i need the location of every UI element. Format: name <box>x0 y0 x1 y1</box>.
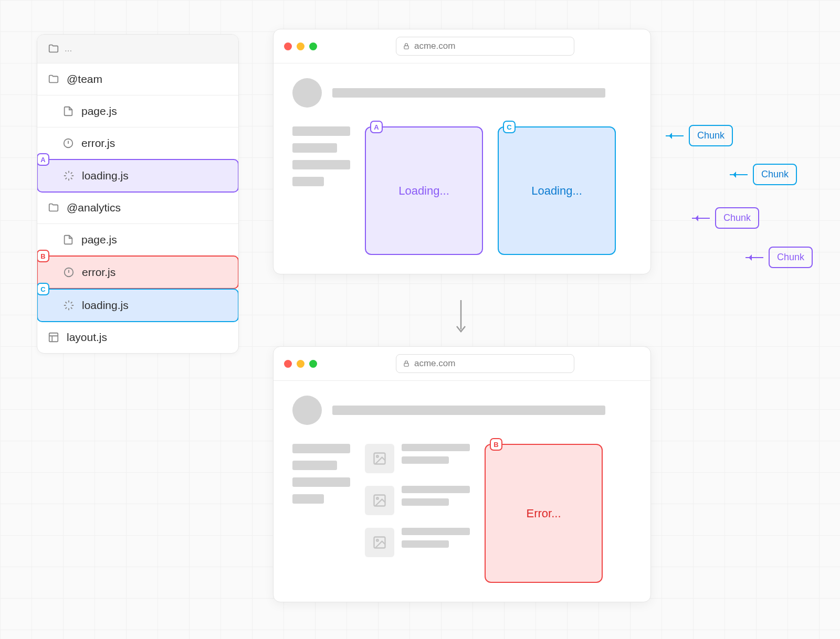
chunk-indicator: Chunk <box>746 247 813 268</box>
file-explorer: ... @team page.js error.js A loading.js … <box>37 34 239 354</box>
folder-icon <box>48 73 59 85</box>
file-row-page-2: page.js <box>37 224 238 256</box>
arrow-left-icon <box>730 174 748 175</box>
chunk-label: Chunk <box>769 247 813 268</box>
file-row-team: @team <box>37 63 238 95</box>
chunk-label: Chunk <box>753 164 797 185</box>
folder-icon <box>48 202 59 214</box>
skeleton-sidebar <box>292 444 350 583</box>
badge: B <box>490 438 502 451</box>
browser-chrome: acme.com <box>274 347 650 381</box>
minimize-dot-icon <box>297 360 304 368</box>
file-row-layout: layout.js <box>37 322 238 353</box>
card-text: Loading... <box>531 184 582 198</box>
card-text: Loading... <box>398 184 449 198</box>
folder-icon <box>48 43 59 55</box>
svg-point-10 <box>376 539 379 541</box>
chunk-indicator: Chunk <box>692 207 759 229</box>
minimize-dot-icon <box>297 42 304 50</box>
lock-icon <box>403 360 410 367</box>
file-label: @analytics <box>67 201 121 214</box>
browser-window-bottom: acme.com <box>273 346 651 602</box>
list-item <box>365 486 470 515</box>
skeleton-header <box>292 396 632 425</box>
arrow-left-icon <box>692 218 710 219</box>
image-icon <box>365 444 394 473</box>
traffic-lights <box>284 42 317 50</box>
loading-card-c: C Loading... <box>498 126 616 255</box>
list-item <box>365 528 470 557</box>
file-row-page: page.js <box>37 95 238 127</box>
close-dot-icon <box>284 42 292 50</box>
badge: C <box>503 121 516 133</box>
chunk-indicator: Chunk <box>666 125 733 146</box>
arrow-down-icon <box>453 299 469 336</box>
browser-chrome: acme.com <box>274 29 650 63</box>
list-item <box>365 444 470 473</box>
browser-body: B Error... <box>274 381 650 602</box>
image-icon <box>365 486 394 515</box>
file-label: error.js <box>82 266 116 279</box>
skeleton-bar <box>332 88 605 98</box>
address-bar: acme.com <box>396 354 574 373</box>
error-card-b: B Error... <box>485 444 603 583</box>
skeleton-sidebar <box>292 126 350 255</box>
file-row-loading-c: C loading.js <box>37 289 239 322</box>
badge-c: C <box>37 283 49 295</box>
loading-card-a: A Loading... <box>365 126 483 255</box>
image-icon <box>365 528 394 557</box>
traffic-lights <box>284 360 317 368</box>
zoom-dot-icon <box>309 360 317 368</box>
file-icon <box>62 234 74 246</box>
error-icon <box>62 137 74 149</box>
badge-a: A <box>37 153 49 166</box>
layout-icon <box>48 332 59 343</box>
file-label: loading.js <box>82 169 129 182</box>
file-label: layout.js <box>67 331 107 344</box>
arrow-left-icon <box>746 257 763 258</box>
svg-point-6 <box>376 455 379 457</box>
file-explorer-header: ... <box>37 35 238 63</box>
file-row-error-b: B error.js <box>37 255 239 289</box>
browser-window-top: acme.com A Loading... C <box>273 29 651 274</box>
zoom-dot-icon <box>309 42 317 50</box>
svg-rect-4 <box>404 363 408 366</box>
badge-b: B <box>37 250 49 262</box>
file-icon <box>62 105 74 117</box>
svg-point-8 <box>376 497 379 499</box>
file-label: error.js <box>81 137 115 150</box>
url-text: acme.com <box>414 358 455 369</box>
badge: A <box>370 121 383 133</box>
file-label: loading.js <box>82 299 129 312</box>
svg-rect-2 <box>49 333 58 342</box>
file-label: page.js <box>81 233 117 246</box>
error-icon <box>63 267 75 278</box>
skeleton-bar <box>332 406 605 415</box>
content-list <box>365 444 470 583</box>
file-row-analytics: @analytics <box>37 192 238 224</box>
avatar-icon <box>292 396 322 425</box>
file-label: @team <box>67 73 102 86</box>
url-text: acme.com <box>414 41 455 51</box>
close-dot-icon <box>284 360 292 368</box>
card-text: Error... <box>526 507 561 520</box>
svg-rect-3 <box>404 46 408 49</box>
avatar-icon <box>292 78 322 108</box>
file-row-loading-a: A loading.js <box>37 159 239 193</box>
file-row-error: error.js <box>37 127 238 159</box>
chunk-indicator: Chunk <box>730 164 797 185</box>
header-dots: ... <box>65 44 72 54</box>
chunk-label: Chunk <box>715 207 759 229</box>
spinner-icon <box>63 300 75 311</box>
arrow-left-icon <box>666 135 684 136</box>
spinner-icon <box>63 170 75 182</box>
browser-body: A Loading... C Loading... <box>274 63 650 274</box>
file-label: page.js <box>81 105 117 118</box>
chunk-label: Chunk <box>689 125 733 146</box>
address-bar: acme.com <box>396 37 574 56</box>
lock-icon <box>403 42 410 50</box>
skeleton-header <box>292 78 632 108</box>
